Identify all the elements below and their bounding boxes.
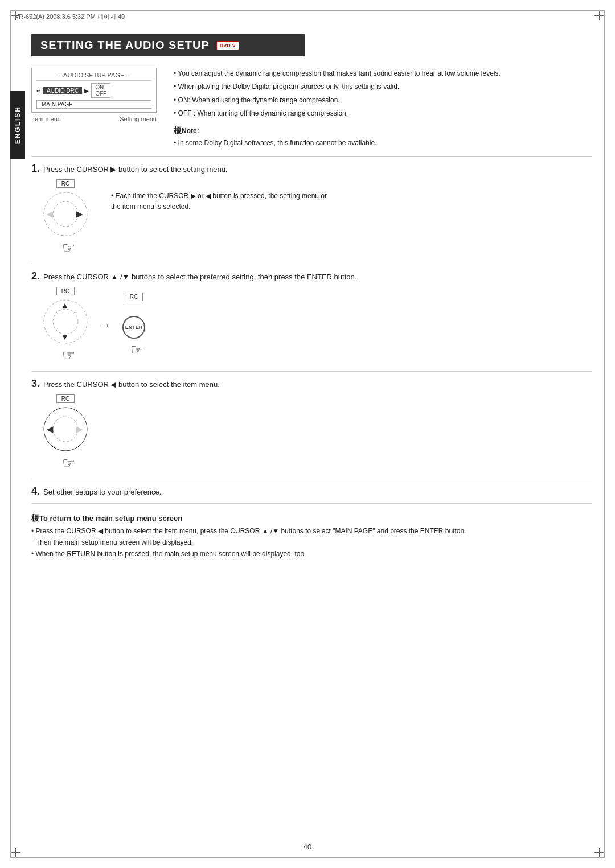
description-area: You can adjust the dynamic range compres…	[174, 68, 592, 149]
description-bullets: You can adjust the dynamic range compres…	[174, 68, 592, 120]
desc-bullet-1: You can adjust the dynamic range compres…	[174, 68, 592, 79]
menu-value-box: ON OFF	[91, 83, 110, 98]
menu-box: - - AUDIO SETUP PAGE - - ↵ AUDIO DRC ▶ O…	[31, 68, 157, 113]
svg-text:▲: ▲	[61, 301, 69, 310]
menu-item-label: AUDIO DRC	[43, 87, 82, 94]
step1-hand-icon: ☞	[62, 239, 75, 257]
step-2-instruction: Press the CURSOR ▲ /▼ buttons to select …	[43, 273, 356, 281]
step1-rc-label: RC	[56, 179, 75, 188]
note-section: 榎Note: • In some Dolby Digital softwares…	[174, 124, 592, 149]
step2-rc2-label: RC	[125, 293, 143, 301]
step-3-instruction: Press the CURSOR ◀ button to select the …	[43, 380, 220, 389]
menu-value-off: OFF	[95, 90, 106, 97]
step1-dpad-svg: ◀ ▶	[43, 191, 88, 237]
svg-text:◀: ◀	[46, 209, 54, 219]
svg-point-1	[53, 201, 78, 227]
divider-0	[31, 156, 592, 157]
note-label: Note:	[182, 127, 199, 135]
svg-text:▶: ▶	[76, 425, 83, 434]
header-left: VR-652(A) 2008.3.6 5:32 PM 페이지 40	[15, 13, 125, 21]
divider-1	[31, 264, 592, 264]
desc-bullet-4: OFF : When turning off the dynamic range…	[174, 108, 592, 119]
caption-setting-menu: Setting menu	[120, 116, 157, 122]
svg-text:▶: ▶	[76, 209, 83, 219]
step1-side-note: • Each time the CURSOR ▶ or ◀ button is …	[111, 179, 327, 212]
step1-rc-container: RC ◀ ▶ ☞	[43, 179, 88, 257]
step-1-instruction: Press the CURSOR ▶ button to select the …	[43, 165, 228, 174]
step2-arrow-between: →	[100, 319, 111, 332]
sidebar-english: ENGLISH	[10, 91, 25, 159]
return-section: 榎To return to the main setup menu screen…	[31, 512, 592, 560]
step-4-instruction: Set other setups to your preference.	[43, 488, 161, 496]
step-4-num: 4.	[31, 486, 40, 496]
step-2-num: 2.	[31, 271, 40, 281]
return-bullet-3: • When the RETURN button is pressed, the…	[31, 548, 592, 560]
step2-rc1-container: RC ▲ ▼ ☞	[43, 287, 88, 364]
page-header: VR-652(A) 2008.3.6 5:32 PM 페이지 40	[15, 13, 600, 21]
return-bullet-2: Then the main setup menu screen will be …	[36, 537, 592, 548]
step-3-text: 3. Press the CURSOR ◀ button to select t…	[31, 379, 592, 389]
caption-item-menu: Item menu	[31, 116, 61, 122]
divider-2	[31, 371, 592, 372]
title-bar: SETTING THE AUDIO SETUP DVD-V	[31, 34, 305, 56]
menu-main-page: MAIN PAGE	[36, 100, 151, 109]
menu-title: - - AUDIO SETUP PAGE - -	[36, 72, 151, 81]
return-bullets: • Press the CURSOR ◀ button to select th…	[31, 525, 592, 560]
page-footer: 40	[0, 842, 615, 851]
step3-rc-container: RC ◀ ▶ ☞	[43, 394, 88, 472]
return-bullet-1: • Press the CURSOR ◀ button to select th…	[31, 525, 592, 537]
divider-3	[31, 479, 592, 479]
step-2-text: 2. Press the CURSOR ▲ /▼ buttons to sele…	[31, 271, 592, 281]
step-1-text: 1. Press the CURSOR ▶ button to select t…	[31, 163, 592, 174]
svg-point-9	[53, 417, 78, 442]
menu-arrow: ▶	[84, 88, 89, 94]
page-title: SETTING THE AUDIO SETUP	[40, 39, 210, 52]
step2-hand2-icon: ☞	[130, 341, 144, 359]
step-3-num: 3.	[31, 379, 40, 389]
menu-item-icon: ↵	[36, 88, 41, 94]
svg-text:◀: ◀	[46, 425, 54, 434]
note-text: • In some Dolby Digital softwares, this …	[174, 137, 592, 149]
step2-rc2-container: RC ENTER ☞	[122, 293, 145, 359]
divider-4	[31, 503, 592, 504]
step2-enter-btn: ENTER	[122, 316, 145, 339]
menu-value-on: ON	[95, 84, 106, 90]
step-2: 2. Press the CURSOR ▲ /▼ buttons to sele…	[31, 271, 592, 364]
step2-rc1-label: RC	[56, 287, 75, 295]
main-content: SETTING THE AUDIO SETUP DVD-V - - AUDIO …	[31, 34, 592, 560]
step-3: 3. Press the CURSOR ◀ button to select t…	[31, 379, 592, 472]
menu-screenshot: - - AUDIO SETUP PAGE - - ↵ AUDIO DRC ▶ O…	[31, 68, 157, 149]
step2-dpad-ud-svg: ▲ ▼	[43, 299, 88, 344]
dvd-badge: DVD-V	[216, 41, 239, 50]
step-4: 4. Set other setups to your preference.	[31, 486, 592, 496]
section-top: - - AUDIO SETUP PAGE - - ↵ AUDIO DRC ▶ O…	[31, 68, 592, 149]
step3-rc-label: RC	[56, 394, 75, 403]
step-1: 1. Press the CURSOR ▶ button to select t…	[31, 163, 592, 257]
step-4-text: 4. Set other setups to your preference.	[31, 486, 592, 496]
svg-text:▼: ▼	[61, 332, 69, 342]
svg-point-5	[53, 309, 78, 334]
desc-bullet-3: ON: When adjusting the dynamic range com…	[174, 94, 592, 106]
menu-labels: Item menu Setting menu	[31, 116, 157, 122]
step3-dpad-svg: ◀ ▶	[43, 406, 88, 452]
return-char: 榎	[31, 513, 39, 523]
return-title: 榎To return to the main setup menu screen	[31, 512, 592, 525]
menu-audio-drc-row: ↵ AUDIO DRC ▶ ON OFF	[36, 83, 151, 98]
step-1-num: 1.	[31, 163, 40, 174]
step3-hand-icon: ☞	[62, 454, 75, 472]
note-char: 榎	[174, 126, 182, 135]
step2-illustration: RC ▲ ▼ ☞ → RC ENTER ☞	[43, 287, 592, 364]
page-number: 40	[304, 842, 311, 851]
sidebar-label: ENGLISH	[14, 106, 22, 144]
desc-bullet-2: When playing the Dolby Digital program s…	[174, 81, 592, 92]
step2-hand1-icon: ☞	[62, 347, 75, 364]
